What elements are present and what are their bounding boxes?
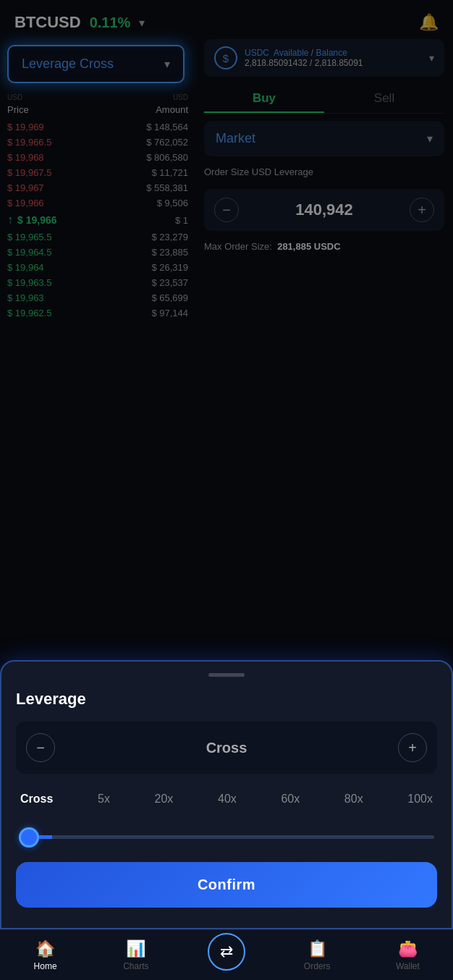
orders-label: Orders (304, 961, 331, 971)
quick-leverage-option[interactable]: 20x (151, 790, 178, 808)
quick-leverage-options: Cross5x20x40x60x80x100x (16, 790, 437, 808)
charts-label: Charts (123, 961, 148, 971)
leverage-slider[interactable] (19, 835, 434, 839)
quick-leverage-option[interactable]: 100x (403, 790, 437, 808)
trade-button[interactable]: ⇄ (208, 933, 245, 971)
leverage-panel-title: Leverage (16, 690, 437, 709)
home-label: Home (34, 961, 57, 971)
nav-item-orders[interactable]: 📋 Orders (272, 939, 363, 971)
leverage-increase-button[interactable]: + (398, 733, 427, 762)
orders-icon: 📋 (308, 939, 327, 958)
wallet-icon: 👛 (398, 939, 418, 958)
quick-leverage-option[interactable]: 5x (93, 790, 114, 808)
quick-leverage-option[interactable]: 40x (213, 790, 241, 808)
confirm-button[interactable]: Confirm (16, 862, 437, 908)
charts-icon: 📊 (126, 939, 145, 958)
leverage-decrease-button[interactable]: − (26, 733, 55, 762)
trade-icon: ⇄ (220, 942, 233, 961)
home-icon: 🏠 (35, 939, 55, 958)
nav-item-wallet[interactable]: 👛 Wallet (363, 939, 453, 971)
nav-item-home[interactable]: 🏠 Home (0, 939, 90, 971)
nav-item-trade[interactable]: ⇄ (181, 940, 271, 971)
quick-leverage-option[interactable]: 80x (340, 790, 368, 808)
leverage-selector: − Cross + (16, 722, 437, 774)
quick-leverage-option[interactable]: 60x (276, 790, 304, 808)
nav-item-charts[interactable]: 📊 Charts (90, 939, 181, 971)
panel-handle (208, 673, 245, 677)
leverage-current-value: Cross (55, 740, 398, 756)
wallet-label: Wallet (396, 961, 420, 971)
leverage-panel: Leverage − Cross + Cross5x20x40x60x80x10… (0, 660, 453, 929)
bottom-nav: 🏠 Home 📊 Charts ⇄ 📋 Orders 👛 Wallet (0, 929, 453, 980)
quick-leverage-option[interactable]: Cross (16, 790, 57, 808)
leverage-slider-container (16, 829, 437, 842)
